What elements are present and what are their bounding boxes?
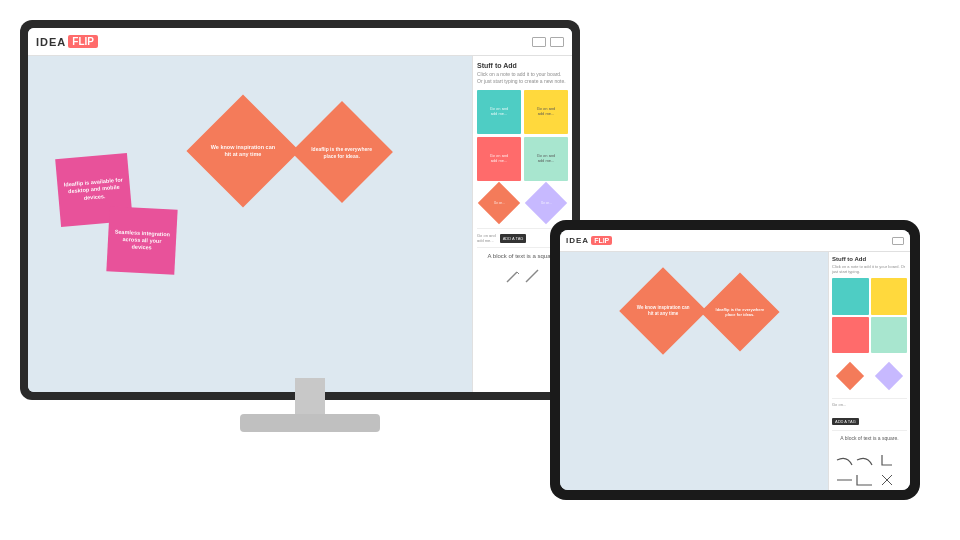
tablet-drawing-tools (832, 450, 907, 490)
step-icon1[interactable] (882, 455, 892, 465)
monitor-screen-border: IDEA FLIP We know inspiration can hit at… (20, 20, 580, 400)
line-icon[interactable] (524, 268, 540, 284)
t-sidebar-note-1[interactable] (832, 278, 869, 315)
tablet-sidebar-subtitle: Click on a note to add it to your board.… (832, 264, 907, 274)
svg-line-0 (507, 272, 517, 282)
t-sidebar-note-3[interactable] (832, 317, 869, 354)
tablet-add-tag-button[interactable]: ADD A TAG (832, 418, 859, 425)
tablet-sidebar-divider2 (832, 430, 907, 431)
monitor-note-4[interactable]: Seamless integration across all your dev… (106, 206, 177, 274)
pen-icon[interactable] (505, 268, 521, 284)
monitor-stand-base (240, 414, 380, 432)
monitor-logo-flip: FLIP (68, 35, 98, 48)
monitor-sidebar-subtitle: Click on a note to add it to your board.… (477, 71, 568, 84)
tablet-toolbar-icon1[interactable] (892, 237, 904, 245)
tablet-logo-flip: FLIP (591, 236, 612, 245)
monitor-logo-idea: IDEA (36, 36, 66, 48)
tablet-sidebar-text-block: A block of text is a square. (832, 435, 907, 442)
add-tag-button[interactable]: ADD A TAG (500, 234, 527, 243)
monitor-canvas[interactable]: We know inspiration can hit at any time … (28, 56, 472, 392)
tablet-drawing-icons (832, 450, 902, 490)
monitor-toolbar-icon1[interactable] (532, 37, 546, 47)
sidebar-note-1[interactable]: Go on andadd me... (477, 90, 521, 134)
tablet-border: IDEA FLIP We know inspiration can hit at… (550, 220, 920, 500)
sidebar-note-diamond-1[interactable]: Go on... (478, 182, 520, 224)
curve-icon2[interactable] (857, 458, 872, 465)
svg-line-1 (517, 272, 519, 274)
sidebar-note-diamond-2[interactable]: Go on... (525, 182, 567, 224)
tablet-toolbar-icons (892, 237, 904, 245)
monitor-toolbar-icons (532, 37, 564, 47)
svg-line-2 (526, 270, 538, 282)
t-sidebar-diamond-1[interactable] (832, 357, 869, 394)
monitor-screen: IDEA FLIP We know inspiration can hit at… (28, 28, 572, 392)
tablet-sidebar-divider (832, 398, 907, 399)
monitor-note-1[interactable]: We know inspiration can hit at any time (186, 94, 299, 207)
tablet-sidebar-notes (832, 278, 907, 353)
monitor-toolbar-icon2[interactable] (550, 37, 564, 47)
x-icon[interactable] (882, 475, 892, 485)
tablet-note-2[interactable]: Ideaflip is the everywhere place for ide… (700, 272, 779, 351)
tablet-sidebar: Stuff to Add Click on a note to add it t… (828, 252, 910, 490)
t-sidebar-note-4[interactable] (871, 317, 908, 354)
monitor-stand-neck (295, 378, 325, 418)
tablet-sidebar-title: Stuff to Add (832, 256, 907, 262)
t-sidebar-diamond-2[interactable] (871, 357, 908, 394)
monitor-note-2[interactable]: Ideaflip is the everywhere place for ide… (291, 101, 393, 203)
tablet-logo-idea: IDEA (566, 236, 589, 245)
tablet-note-1[interactable]: We know inspiration can hit at any time (619, 267, 707, 355)
monitor-go-on-add: Go on andadd me... (477, 233, 496, 243)
monitor-sidebar-title: Stuff to Add (477, 62, 568, 69)
monitor-sidebar-notes-grid: Go on andadd me... Go on andadd me... Go… (477, 90, 568, 222)
tablet-screen: IDEA FLIP We know inspiration can hit at… (560, 230, 910, 490)
tablet-canvas[interactable]: We know inspiration can hit at any time … (560, 252, 828, 490)
monitor: IDEA FLIP We know inspiration can hit at… (20, 20, 600, 470)
sidebar-note-4[interactable]: Go on andadd me... (524, 137, 568, 181)
scene: IDEA FLIP We know inspiration can hit at… (0, 0, 960, 540)
sidebar-note-2[interactable]: Go on andadd me... (524, 90, 568, 134)
t-sidebar-note-2[interactable] (871, 278, 908, 315)
tablet-toolbar: IDEA FLIP (560, 230, 910, 252)
sidebar-note-3[interactable]: Go on andadd me... (477, 137, 521, 181)
monitor-toolbar: IDEA FLIP (28, 28, 572, 56)
tablet: IDEA FLIP We know inspiration can hit at… (550, 220, 920, 500)
curve-icon1[interactable] (837, 458, 852, 465)
tablet-sidebar-tag-row: Go on... (832, 402, 907, 407)
step-icon2[interactable] (857, 475, 872, 485)
tablet-sidebar-diamonds (832, 357, 907, 394)
